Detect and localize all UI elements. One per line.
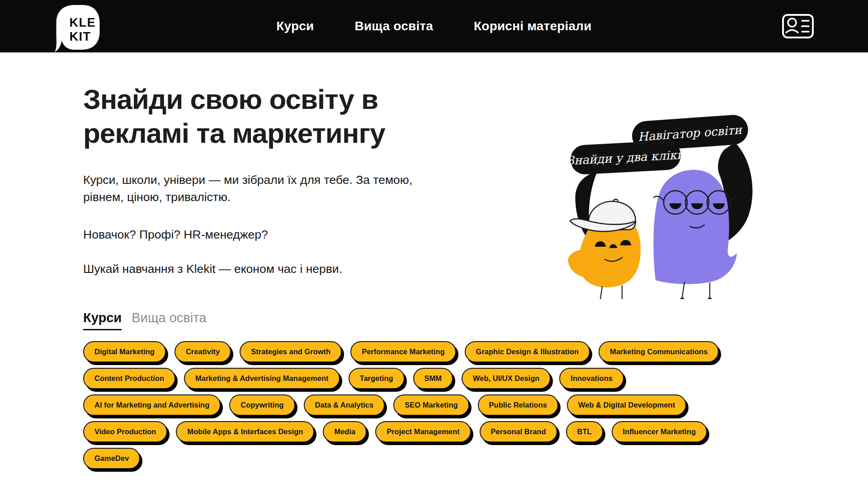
category-pill[interactable]: Targeting	[349, 368, 405, 389]
category-pill[interactable]: Project Management	[375, 421, 471, 442]
pill-row-1: Digital MarketingCreativityStrategies an…	[83, 341, 785, 362]
category-pill[interactable]: BTL	[566, 421, 603, 442]
category-pill[interactable]: Marketing & Advertising Management	[184, 368, 340, 389]
tab-вища-освіта[interactable]: Вища освіта	[132, 310, 206, 330]
category-pill[interactable]: Mobile Apps & Interfaces Design	[176, 421, 314, 442]
category-pills: Digital MarketingCreativityStrategies an…	[83, 341, 785, 469]
category-pill[interactable]: Digital Marketing	[83, 341, 166, 362]
category-pill[interactable]: Innovations	[559, 368, 624, 389]
category-pill[interactable]: Content Production	[83, 368, 175, 389]
nav-item-3[interactable]: Корисні матеріали	[474, 19, 592, 33]
catalog-tabs: КурсиВища освіта	[83, 310, 785, 330]
mascots-illustration: Навігатор освіти Знайди у два кліки	[567, 114, 758, 299]
category-pill[interactable]: Creativity	[175, 341, 231, 362]
category-pill[interactable]: Influencer Marketing	[612, 421, 707, 442]
category-pill[interactable]: Public Relations	[478, 394, 558, 416]
category-pill[interactable]: Marketing Communications	[599, 341, 719, 362]
nav-item-1[interactable]: Курси	[276, 19, 314, 33]
pill-row-3: AI for Marketing and AdvertisingCopywrit…	[83, 394, 785, 416]
category-pill[interactable]: Data & Analytics	[304, 394, 385, 416]
hero-paragraph-1: Курси, школи, універи — ми зібрали їх дл…	[83, 172, 490, 206]
category-pill[interactable]: SEO Marketing	[393, 394, 469, 416]
pill-row-4: Video ProductionMobile Apps & Interfaces…	[83, 421, 785, 442]
profile-card-button[interactable]	[782, 14, 814, 38]
category-pill[interactable]: Strategies and Growth	[240, 341, 342, 362]
category-pill[interactable]: Web & Digital Development	[567, 394, 686, 416]
category-pill[interactable]: AI for Marketing and Advertising	[83, 394, 221, 416]
category-pill[interactable]: Personal Brand	[480, 421, 557, 442]
header: KLE KIT КурсиВища освітаКорисні матеріал…	[0, 0, 868, 52]
tab-курси[interactable]: Курси	[83, 310, 122, 330]
pill-row-5: GameDev	[83, 448, 785, 469]
category-pill[interactable]: Web, UI/UX Design	[462, 368, 551, 389]
logo-text-line1: KLE	[70, 16, 96, 29]
category-pill[interactable]: Video Production	[83, 421, 167, 442]
category-pill[interactable]: Graphic Design & Illustration	[465, 341, 590, 362]
speech-bubble-logo-icon: KLE KIT	[54, 3, 102, 53]
main-nav: КурсиВища освітаКорисні матеріали	[276, 19, 591, 33]
nav-item-2[interactable]: Вища освіта	[355, 19, 434, 33]
page-title-line1: Знайди свою освіту в	[83, 82, 785, 116]
hero-paragraph-3: Шукай навчання з Klekit — економ час і н…	[83, 261, 490, 278]
category-pill[interactable]: SMM	[413, 368, 453, 389]
pill-row-2: Content ProductionMarketing & Advertisin…	[83, 368, 785, 389]
hero-paragraph-2: Новачок? Профі? HR-менеджер?	[83, 226, 490, 244]
hero-section: Знайди свою освіту в рекламі та маркетин…	[83, 82, 785, 278]
main-content: Знайди свою освіту в рекламі та маркетин…	[0, 82, 868, 469]
category-pill[interactable]: GameDev	[83, 448, 140, 469]
logo-text-line2: KIT	[70, 30, 91, 43]
category-pill[interactable]: Performance Marketing	[350, 341, 456, 362]
category-pill[interactable]: Copywriting	[229, 394, 295, 416]
id-card-icon	[782, 14, 814, 38]
category-pill[interactable]: Media	[323, 421, 367, 442]
klekit-logo[interactable]: KLE KIT	[54, 3, 102, 53]
